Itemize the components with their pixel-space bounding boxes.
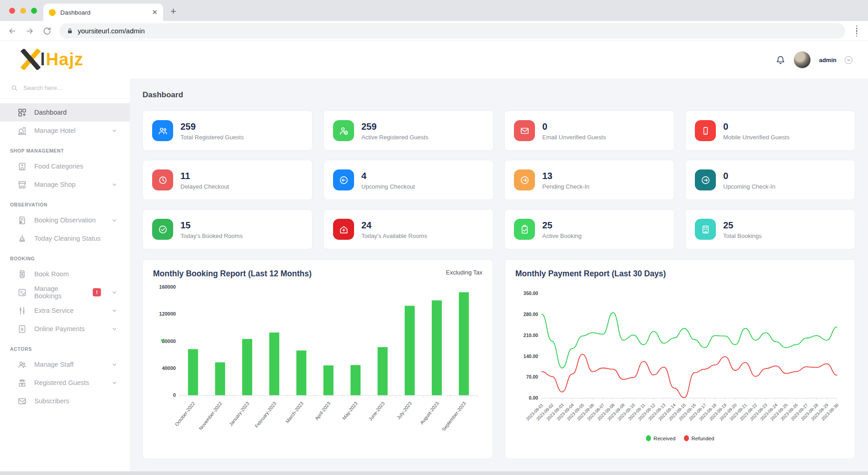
stat-label: Total Bookings	[723, 232, 762, 239]
logo-text-name: Hajz	[46, 50, 84, 69]
notification-bell-icon[interactable]	[776, 55, 785, 65]
stat-value: 13	[542, 170, 589, 181]
chevron-down-icon	[112, 218, 117, 223]
stat-label: Active Booking	[542, 232, 582, 239]
sidebar-item-extra-service[interactable]: Extra Service	[0, 301, 130, 320]
sidebar-item-manage-staff[interactable]: Manage Staff	[0, 355, 130, 374]
line-chart-svg: 0.0070.00140.00210.00280.00350.002023-09…	[515, 280, 845, 431]
y-tick-label: 0	[173, 392, 176, 398]
stat-label: Upcoming Checkout	[361, 183, 415, 190]
sidebar-item-book-room[interactable]: Book Room	[0, 265, 130, 283]
legend-label: Refunded	[692, 436, 715, 441]
y-tick-label: 140.00	[524, 354, 538, 359]
login-circle-icon	[695, 169, 716, 190]
user-name: admin	[819, 57, 836, 63]
url-bar[interactable]: yoursiteurl.com/admin	[59, 23, 845, 38]
user-avatar[interactable]	[794, 51, 811, 69]
mail-icon	[514, 120, 535, 141]
y-tick-label: 120000	[159, 311, 176, 317]
x-tick-label: May-2023	[341, 401, 358, 421]
stat-label: Today's Booked Rooms	[180, 232, 243, 239]
x-tick-label: March-2023	[285, 401, 304, 424]
chevron-down-icon	[112, 128, 117, 133]
book-room-icon	[17, 269, 27, 279]
search-input[interactable]	[23, 84, 119, 91]
svg-text:$: $	[21, 326, 24, 331]
sidebar-item-food-categories[interactable]: Food Categories	[0, 157, 130, 175]
browser-tab[interactable]: Dashboard ✕	[43, 4, 163, 21]
bottom-edge	[0, 471, 868, 475]
new-tab-button[interactable]: +	[170, 5, 176, 17]
back-button[interactable]	[7, 26, 17, 36]
stat-value: 24	[361, 220, 427, 231]
dashboard-icon	[17, 108, 27, 117]
legend-dot	[684, 435, 689, 441]
sidebar-item-online-payments[interactable]: $Online Payments	[0, 320, 130, 338]
food-icon	[17, 162, 27, 171]
user-check-icon	[333, 120, 354, 141]
chevron-down-icon	[112, 362, 117, 367]
y-tick-label: 160000	[159, 284, 176, 290]
forward-button[interactable]	[25, 26, 35, 36]
bar-november-2022	[215, 362, 225, 395]
close-window-button[interactable]	[9, 8, 15, 14]
mobile-icon	[695, 120, 716, 141]
booking-report-card: Monthly Booking Report (Last 12 Months) …	[143, 259, 493, 459]
sidebar-item-registered-guests[interactable]: Registered Guests	[0, 374, 130, 392]
sidebar-item-manage-shop[interactable]: Manage Shop	[0, 175, 130, 194]
logout-circle-icon	[333, 169, 354, 190]
shop-icon	[17, 180, 27, 190]
window-controls[interactable]	[9, 8, 37, 14]
x-tick-label: June-2023	[368, 401, 386, 422]
bar-april-2023	[323, 365, 333, 395]
maximize-window-button[interactable]	[31, 8, 37, 14]
excluding-tax-note: Excluding Tax	[446, 269, 482, 276]
reload-button[interactable]	[42, 26, 52, 36]
chevron-down-icon	[112, 327, 117, 332]
sidebar-item-label: Book Room	[34, 270, 130, 278]
stat-card-pending-check-in: 13Pending Check-In	[504, 160, 674, 200]
sidebar-item-booking-observation[interactable]: Booking Observation	[0, 211, 130, 229]
sidebar-item-manage-hotel[interactable]: Manage Hotel	[0, 121, 130, 140]
stat-card-today-s-booked-rooms: 15Today's Booked Rooms	[143, 209, 312, 249]
sidebar-item-dashboard[interactable]: Dashboard	[0, 103, 130, 121]
y-tick-label: 280.00	[524, 312, 538, 317]
payment-line-chart: 0.0070.00140.00210.00280.00350.002023-09…	[515, 280, 845, 433]
y-tick-label: 70.00	[526, 375, 538, 380]
search-icon	[11, 84, 18, 91]
stat-card-email-unverified-guests: 0Email Unverified Guests	[504, 111, 674, 151]
tab-title: Dashboard	[60, 9, 147, 16]
sidebar-item-manage-bookings[interactable]: Manage Bookings!	[0, 283, 130, 301]
bar-march-2023	[296, 350, 307, 395]
minimize-window-button[interactable]	[20, 8, 26, 14]
line-series-received	[542, 313, 837, 368]
legend-label: Received	[654, 436, 676, 441]
browser-menu-icon[interactable]: ⋮⋮⋮	[852, 27, 861, 34]
booking-chart-title: Monthly Booking Report (Last 12 Months)	[153, 269, 312, 279]
guests-icon	[17, 378, 27, 388]
sidebar-item-label: Manage Staff	[34, 361, 105, 368]
stat-card-delayed-checkout: 11Delayed Checkout	[143, 160, 312, 200]
stat-value: 0	[723, 121, 789, 132]
x-tick-label: January-2023	[228, 401, 250, 427]
x-tick-label: February-2023	[254, 401, 277, 429]
browser-tabstrip: Dashboard ✕ +	[0, 0, 868, 21]
hotel-icon	[17, 126, 27, 136]
user-menu-chevron-icon[interactable]	[845, 56, 852, 64]
stat-card-total-registered-guests: 259Total Registered Guests	[143, 111, 312, 151]
main-content: Dashboard 259Total Registered Guests259A…	[130, 79, 868, 475]
bar-june-2023	[378, 347, 388, 395]
app-logo[interactable]: l Hajz	[0, 41, 130, 78]
tab-close-icon[interactable]: ✕	[152, 8, 158, 16]
chevron-down-icon	[112, 308, 117, 313]
sidebar-item-subscribers[interactable]: Subscribers	[0, 392, 130, 410]
stat-card-active-booking: 25Active Booking	[504, 209, 674, 249]
stat-card-total-bookings: 25Total Bookings	[685, 209, 855, 249]
sidebar-item-label: Manage Bookings	[34, 285, 85, 300]
sidebar-item-label: Booking Observation	[34, 216, 105, 224]
sidebar-nav: DashboardManage HotelSHOP MANAGEMENTFood…	[0, 99, 130, 410]
x-tick-label: October-2022	[174, 401, 196, 427]
stat-label: Delayed Checkout	[180, 183, 229, 190]
login-circle-icon	[514, 169, 535, 190]
sidebar-item-today-cleaning-status[interactable]: Today Cleaning Status	[0, 229, 130, 248]
